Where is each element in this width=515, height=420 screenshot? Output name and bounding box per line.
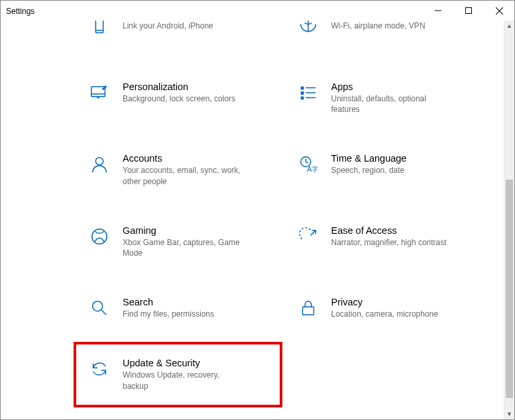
scroll-thumb[interactable] [506,180,513,398]
minimize-button[interactable] [423,1,453,21]
window-title: Settings [6,5,34,16]
tile-desc: Wi-Fi, airplane mode, VPN [331,21,426,31]
tile-desc: Location, camera, microphone [331,309,438,319]
tile-desc: Windows Update, recovery, backup [123,370,242,391]
empty-cell [296,355,478,394]
svg-text:A字: A字 [307,166,318,174]
xbox-icon [88,225,111,248]
settings-window: Settings Phone Link your Android, iP [0,0,515,420]
person-icon [88,153,111,176]
tile-time-language[interactable]: A字 Time & Language Speech, region, date [296,150,478,189]
svg-rect-12 [300,97,304,100]
tile-search[interactable]: Search Find my files, permissions [87,294,269,322]
apps-list-icon [297,81,319,104]
svg-point-23 [93,301,103,311]
globe-icon [297,21,319,43]
tile-desc: Xbox Game Bar, captures, Game Mode [123,237,242,258]
tile-apps[interactable]: Apps Uninstall, defaults, optional featu… [296,79,478,117]
tile-title: Time & Language [331,153,407,164]
tile-accounts[interactable]: Accounts Your accounts, email, sync, wor… [87,150,269,189]
close-button[interactable] [484,1,514,21]
svg-point-16 [95,158,103,165]
content-area: Phone Link your Android, iPhone Network … [1,21,504,419]
svg-line-22 [310,230,315,235]
window-controls [423,1,514,21]
tile-desc: Narrator, magnifier, high contrast [331,237,447,248]
tile-privacy[interactable]: Privacy Location, camera, microphone [296,294,478,322]
sync-icon [88,358,111,380]
tile-desc: Your accounts, email, sync, work, other … [123,165,242,186]
tile-desc: Background, lock screen, colors [123,93,235,104]
lock-icon [297,297,319,319]
tile-title: Apps [331,81,451,92]
svg-rect-11 [300,91,304,95]
tile-gaming[interactable]: Gaming Xbox Game Bar, captures, Game Mod… [87,223,269,261]
scroll-up-arrow[interactable]: ▲ [504,21,514,31]
tile-title: Accounts [123,153,242,164]
svg-rect-4 [95,21,103,33]
tile-desc: Speech, region, date [331,165,407,176]
tile-personalization[interactable]: Personalization Background, lock screen,… [87,79,269,117]
tile-desc: Link your Android, iPhone [123,21,213,31]
tile-title: Privacy [331,297,438,307]
tile-title: Personalization [123,81,235,92]
time-language-icon: A字 [297,153,319,176]
titlebar: Settings [1,1,514,21]
tile-title: Gaming [123,225,242,236]
tile-title: Update & Security [123,358,242,368]
vertical-scrollbar[interactable]: ▲ ▼ [504,21,514,419]
tile-title: Ease of Access [331,225,447,236]
tile-title: Search [123,297,214,307]
tile-desc: Find my files, permissions [123,309,214,319]
settings-grid: Phone Link your Android, iPhone Network … [1,21,504,419]
svg-line-24 [101,310,107,315]
svg-rect-10 [300,87,304,90]
svg-rect-1 [466,8,472,14]
search-icon [88,297,111,319]
maximize-button[interactable] [453,1,484,21]
svg-rect-25 [302,307,314,315]
tile-desc: Uninstall, defaults, optional features [331,93,451,115]
scroll-down-arrow[interactable]: ▼ [504,409,514,419]
tile-network[interactable]: Network & Internet Wi-Fi, airplane mode,… [296,21,478,46]
phone-icon [88,21,111,43]
tile-ease-of-access[interactable]: Ease of Access Narrator, magnifier, high… [296,223,478,261]
ease-of-access-icon [297,225,319,248]
svg-line-19 [306,162,308,164]
paintbrush-icon [88,81,111,104]
tile-phone[interactable]: Phone Link your Android, iPhone [87,21,269,46]
tile-update-security[interactable]: Update & Security Windows Update, recove… [87,355,269,394]
